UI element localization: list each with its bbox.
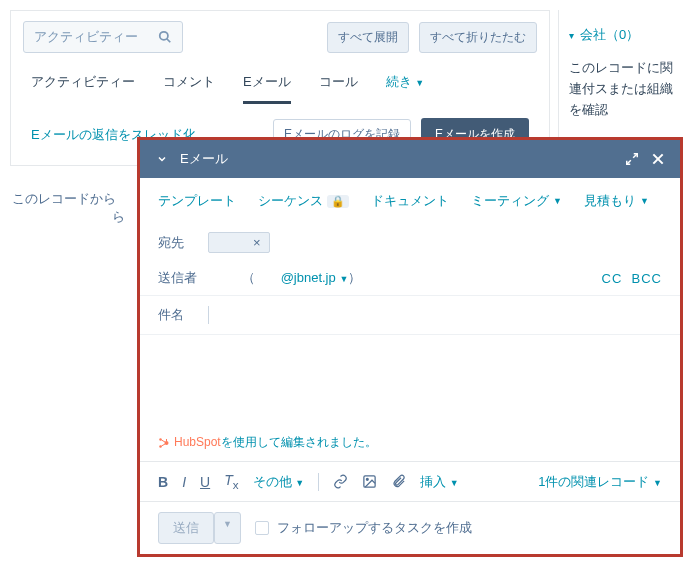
- checkbox-icon: [255, 521, 269, 535]
- hubspot-branding: HubSpotを使用して編集されました。: [158, 434, 377, 451]
- collapse-icon[interactable]: [154, 151, 170, 167]
- send-button[interactable]: 送信: [158, 512, 214, 544]
- svg-line-1: [167, 39, 171, 43]
- more-format-button[interactable]: その他 ▼: [253, 473, 305, 491]
- meeting-button[interactable]: ミーティング ▼: [471, 192, 562, 210]
- chevron-down-icon: ▼: [640, 196, 649, 206]
- svg-line-10: [162, 444, 166, 446]
- chevron-down-icon: ▾: [569, 30, 574, 41]
- email-body[interactable]: HubSpotを使用して編集されました。: [140, 335, 680, 461]
- template-button[interactable]: テンプレート: [158, 192, 236, 210]
- company-section-header[interactable]: ▾ 会社（0）: [569, 26, 678, 44]
- chevron-down-icon: ▼: [295, 478, 304, 488]
- bcc-button[interactable]: BCC: [632, 271, 662, 286]
- send-dropdown-button[interactable]: ▼: [214, 512, 241, 544]
- compose-toolbar: テンプレート シーケンス 🔒 ドキュメント ミーティング ▼ 見積もり ▼: [140, 178, 680, 224]
- tab-note[interactable]: コメント: [163, 73, 215, 104]
- search-icon[interactable]: [158, 30, 172, 44]
- empty-state-text: このレコードから ら: [12, 190, 125, 226]
- tab-call[interactable]: コール: [319, 73, 358, 104]
- svg-point-13: [366, 478, 368, 480]
- expand-all-button[interactable]: すべて展開: [327, 22, 409, 53]
- quote-button[interactable]: 見積もり ▼: [584, 192, 649, 210]
- company-desc: このレコードに関連付スまたは組織を確認: [569, 58, 678, 120]
- sequence-button[interactable]: シーケンス 🔒: [258, 192, 349, 210]
- attachment-icon[interactable]: [391, 474, 406, 489]
- followup-task-checkbox[interactable]: フォローアップするタスクを作成: [255, 519, 472, 537]
- from-value[interactable]: （@jbnet.jp ▼）: [208, 269, 361, 287]
- chevron-down-icon: ▼: [553, 196, 562, 206]
- format-toolbar: B I U Tx その他 ▼ 挿入 ▼ 1件の関連レコード ▼: [140, 461, 680, 501]
- search-placeholder: アクティビティー: [34, 28, 138, 46]
- to-field-row: 宛先 ×: [140, 224, 680, 261]
- to-label: 宛先: [158, 234, 198, 252]
- lock-icon: 🔒: [327, 195, 349, 208]
- close-icon[interactable]: [650, 151, 666, 167]
- cc-button[interactable]: CC: [602, 271, 623, 286]
- image-icon[interactable]: [362, 474, 377, 489]
- svg-line-9: [162, 440, 166, 442]
- modal-title: Eメール: [180, 150, 614, 168]
- insert-button[interactable]: 挿入 ▼: [420, 473, 459, 491]
- modal-titlebar: Eメール: [140, 140, 680, 178]
- tab-more[interactable]: 続き ▼: [386, 73, 425, 104]
- from-label: 送信者: [158, 269, 198, 287]
- svg-point-0: [160, 32, 168, 40]
- chevron-down-icon: ▼: [653, 478, 662, 488]
- activity-search[interactable]: アクティビティー: [23, 21, 183, 53]
- underline-button[interactable]: U: [200, 474, 210, 490]
- recipient-chip[interactable]: ×: [208, 232, 270, 253]
- clear-format-button[interactable]: Tx: [224, 472, 238, 491]
- associated-records-button[interactable]: 1件の関連レコード ▼: [538, 473, 662, 491]
- link-icon[interactable]: [333, 474, 348, 489]
- chevron-down-icon: ▼: [339, 274, 348, 284]
- email-compose-modal: Eメール テンプレート シーケンス 🔒 ドキュメント ミーティング ▼ 見積もり…: [137, 137, 683, 557]
- chevron-down-icon: ▼: [223, 519, 232, 537]
- tab-activity[interactable]: アクティビティー: [31, 73, 135, 104]
- subject-row: 件名: [140, 295, 680, 335]
- tab-email[interactable]: Eメール: [243, 73, 291, 104]
- subject-input[interactable]: [208, 306, 662, 324]
- compose-footer: 送信 ▼ フォローアップするタスクを作成: [140, 501, 680, 554]
- cc-bcc: CC BCC: [602, 271, 662, 286]
- collapse-all-button[interactable]: すべて折りたたむ: [419, 22, 537, 53]
- chevron-down-icon: ▼: [450, 478, 459, 488]
- hubspot-icon: [158, 437, 170, 449]
- subject-label: 件名: [158, 306, 198, 324]
- expand-icon[interactable]: [624, 151, 640, 167]
- chevron-down-icon: ▼: [415, 78, 424, 88]
- italic-button[interactable]: I: [182, 474, 186, 490]
- activity-tabs: アクティビティー コメント Eメール コール 続き ▼: [11, 63, 549, 104]
- document-button[interactable]: ドキュメント: [371, 192, 449, 210]
- from-field-row: 送信者 （@jbnet.jp ▼） CC BCC: [140, 261, 680, 295]
- divider: [318, 473, 319, 491]
- remove-chip-icon[interactable]: ×: [253, 235, 261, 250]
- bold-button[interactable]: B: [158, 474, 168, 490]
